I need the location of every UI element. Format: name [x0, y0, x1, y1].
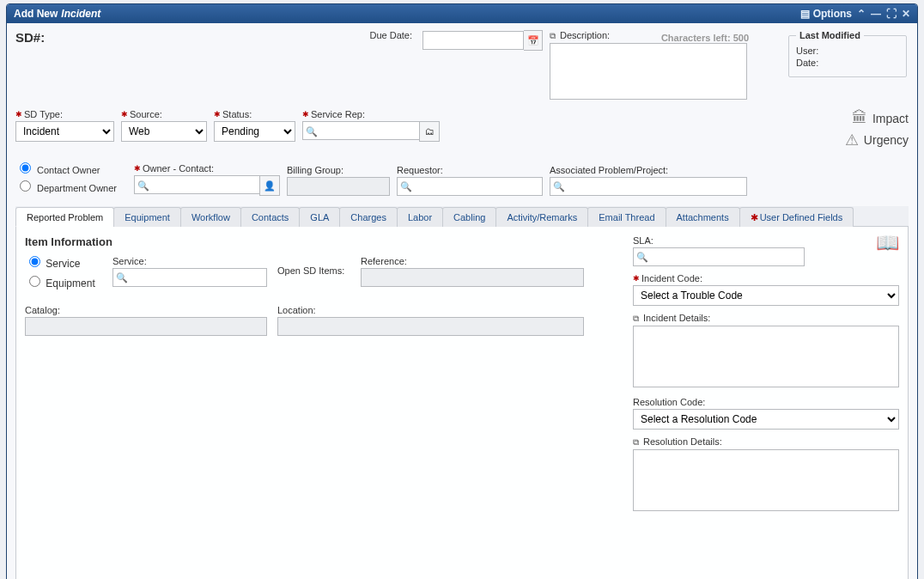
tab-charges[interactable]: Charges: [339, 207, 398, 227]
status-label: Status:: [214, 109, 295, 119]
due-date-label: Due Date:: [287, 30, 416, 40]
tab-attachments[interactable]: Attachments: [666, 207, 740, 227]
urgency-button[interactable]: ⚠ Urgency: [845, 131, 909, 149]
last-modified-panel: Last Modified User: Date:: [788, 30, 907, 77]
sla-label: SLA:: [633, 235, 899, 246]
last-modified-user-label: User:: [796, 46, 899, 56]
description-label: ⧉ Description:: [550, 30, 610, 41]
service-label: Service:: [112, 256, 267, 266]
maximize-button[interactable]: ⛶: [886, 8, 897, 20]
requestor-label: Requestor:: [397, 165, 543, 175]
tab-user-defined-fields[interactable]: ✱User Defined Fields: [739, 207, 854, 227]
resolution-details-textarea[interactable]: [633, 449, 899, 511]
tab-activity-remarks[interactable]: Activity/Remarks: [495, 207, 588, 227]
knowledge-base-icon[interactable]: 📖: [876, 232, 899, 254]
open-sd-items-label: Open SD Items:: [277, 265, 350, 276]
popout-icon[interactable]: ⧉: [633, 314, 639, 323]
source-select[interactable]: Web: [121, 121, 207, 142]
department-owner-radio[interactable]: [20, 180, 31, 192]
billing-group-input: [287, 177, 390, 196]
close-button[interactable]: ✕: [902, 8, 910, 20]
urgency-label: Urgency: [864, 133, 909, 147]
location-input: [277, 317, 584, 336]
last-modified-legend: Last Modified: [796, 30, 864, 40]
contact-owner-radio[interactable]: [20, 162, 31, 174]
billing-group-label: Billing Group:: [287, 165, 390, 175]
last-modified-date-label: Date:: [796, 58, 899, 68]
description-textarea[interactable]: [550, 43, 747, 100]
associated-input[interactable]: [550, 177, 747, 196]
item-type-equipment-radio[interactable]: [29, 276, 40, 287]
title-bar: Add New Incident ▤ Options ⌃ — ⛶ ✕: [7, 4, 917, 23]
owner-contact-label: Owner - Contact:: [134, 163, 280, 174]
source-label: Source:: [121, 109, 207, 119]
owner-contact-card-icon[interactable]: 👤: [259, 175, 280, 196]
service-rep-picker-icon[interactable]: 🗂: [419, 121, 440, 142]
content-area: SD#: Due Date: 📅 ⧉ Description: Characte…: [7, 23, 917, 579]
catalog-label: Catalog:: [25, 305, 267, 315]
options-button[interactable]: ▤ Options: [800, 8, 852, 20]
service-input[interactable]: [112, 268, 267, 287]
incident-window: Add New Incident ▤ Options ⌃ — ⛶ ✕ SD#: …: [6, 3, 918, 579]
urgency-icon: ⚠: [845, 131, 859, 149]
requestor-input[interactable]: [397, 177, 543, 196]
service-rep-input[interactable]: [302, 121, 420, 140]
sd-type-select[interactable]: Incident: [15, 121, 114, 142]
department-owner-radio-label[interactable]: Department Owner: [15, 178, 127, 193]
resolution-details-label: ⧉ Resolution Details:: [633, 436, 899, 448]
popout-icon[interactable]: ⧉: [550, 31, 556, 40]
incident-code-label: Incident Code:: [633, 273, 899, 283]
item-type-service-radio[interactable]: [29, 256, 40, 267]
tab-email-thread[interactable]: Email Thread: [587, 207, 666, 227]
chars-left: Characters left: 500: [661, 33, 749, 43]
sd-number-label: SD#:: [15, 30, 187, 45]
reference-label: Reference:: [361, 256, 584, 266]
incident-details-textarea[interactable]: [633, 326, 899, 387]
status-select[interactable]: Pending: [214, 121, 295, 142]
associated-label: Associated Problem/Project:: [550, 165, 747, 175]
options-icon: ▤: [800, 8, 810, 20]
reference-input: [361, 268, 584, 287]
collapse-button[interactable]: ⌃: [857, 8, 866, 20]
resolution-code-label: Resolution Code:: [633, 397, 899, 407]
tab-equipment[interactable]: Equipment: [113, 207, 181, 227]
title-prefix: Add New: [14, 8, 58, 20]
sla-input[interactable]: [633, 247, 805, 266]
item-type-equipment-radio-label[interactable]: Equipment: [25, 273, 102, 290]
tab-bar: Reported Problem Equipment Workflow Cont…: [15, 206, 909, 227]
impact-icon: 🏛: [852, 109, 867, 127]
tab-contacts[interactable]: Contacts: [240, 207, 300, 227]
incident-details-label: ⧉ Incident Details:: [633, 313, 899, 324]
catalog-input: [25, 317, 267, 336]
resolution-code-select[interactable]: Select a Resolution Code: [633, 409, 899, 430]
minimize-button[interactable]: —: [871, 8, 881, 20]
item-information-heading: Item Information: [25, 235, 616, 248]
tab-cabling[interactable]: Cabling: [442, 207, 496, 227]
contact-owner-radio-label[interactable]: Contact Owner: [15, 160, 127, 175]
calendar-icon[interactable]: 📅: [524, 30, 543, 51]
service-rep-label: Service Rep:: [302, 109, 440, 119]
tab-gla[interactable]: GLA: [299, 207, 340, 227]
tab-reported-problem[interactable]: Reported Problem: [15, 207, 114, 227]
item-type-service-radio-label[interactable]: Service: [25, 253, 102, 270]
incident-code-select[interactable]: Select a Trouble Code: [633, 285, 899, 306]
location-label: Location:: [277, 305, 584, 315]
tab-workflow[interactable]: Workflow: [180, 207, 241, 227]
title-entity: Incident: [61, 8, 100, 20]
owner-contact-input[interactable]: [134, 175, 260, 194]
impact-button[interactable]: 🏛 Impact: [845, 109, 909, 127]
sd-type-label: SD Type:: [15, 109, 114, 119]
tab-body-reported-problem: Item Information Service Equipment: [15, 227, 909, 579]
popout-icon[interactable]: ⧉: [633, 437, 639, 447]
options-label: Options: [813, 8, 852, 20]
impact-label: Impact: [872, 112, 909, 125]
tab-labor[interactable]: Labor: [397, 207, 443, 227]
due-date-input[interactable]: [422, 31, 524, 50]
